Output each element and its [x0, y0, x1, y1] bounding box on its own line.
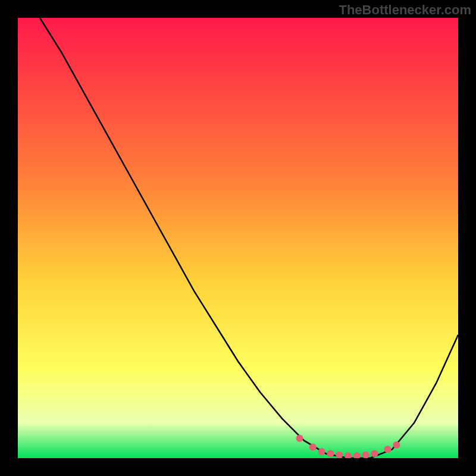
marker-dot: [371, 450, 378, 458]
marker-dot: [318, 448, 325, 455]
gradient-bg: [18, 18, 458, 458]
marker-dot: [384, 446, 392, 453]
marker-dot: [309, 444, 317, 451]
chart-container: TheBottlenecker.com: [0, 0, 476, 476]
watermark-text: TheBottlenecker.com: [339, 2, 471, 18]
plot-area: [18, 18, 458, 458]
marker-dot: [327, 450, 334, 458]
marker-dot: [393, 441, 400, 449]
marker-dot: [296, 435, 303, 442]
chart-svg: [18, 18, 458, 458]
